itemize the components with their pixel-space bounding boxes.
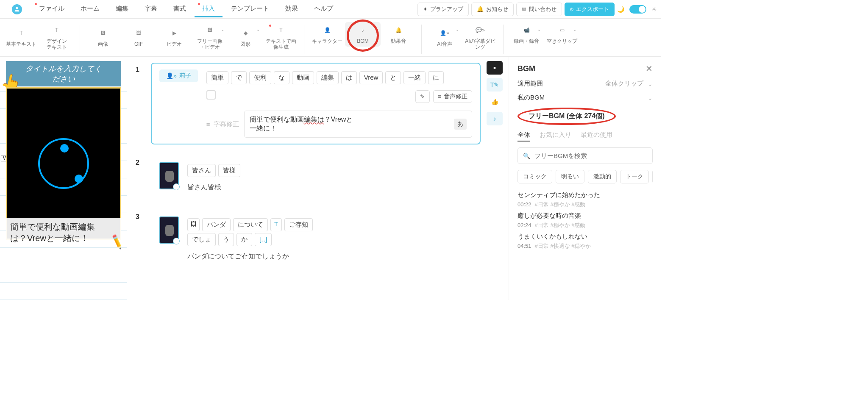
clip-3[interactable]: 3🖼パンダについてTご存知でしょうか[‥]パンダについてご存知でしょうか00:0… — [136, 210, 481, 268]
menu-ファイル[interactable]: ファイル — [31, 1, 72, 17]
token[interactable]: 簡単 — [206, 71, 228, 84]
tool-aidub[interactable]: 💬»AIの字幕ダビ ング — [462, 22, 498, 53]
theme-toggle[interactable] — [629, 5, 646, 14]
speaker-chip[interactable]: 👤» 莉子 — [159, 69, 198, 82]
tool-char[interactable]: 👤キャラクター — [309, 22, 345, 47]
speaker-icon: 👤» — [166, 72, 177, 79]
edit-button[interactable]: ✎ — [415, 90, 430, 103]
token[interactable]: 皆さん — [187, 164, 216, 177]
close-icon[interactable]: ✕ — [645, 64, 653, 74]
title-banner[interactable]: タイトルを入力してく ださい 👆 — [6, 61, 121, 86]
user-avatar[interactable] — [12, 4, 22, 14]
clip-thumbnail[interactable] — [159, 162, 179, 189]
thumbnail-tool[interactable]: ■ — [487, 61, 503, 75]
menu-効果[interactable]: 効果 — [278, 1, 306, 17]
tool-sfx[interactable]: 🔔効果音 — [381, 22, 416, 47]
token[interactable]: か — [236, 233, 252, 246]
contact-button[interactable]: ✉問い合わせ — [516, 3, 562, 16]
search-input[interactable] — [534, 152, 647, 159]
clip-1[interactable]: 1👤» 莉子簡単で便利な動画編集はVrewと一緒に✎≡ 音声修正≡ 字幕修正簡単… — [136, 63, 481, 144]
tool-gif[interactable]: 🖼GIF — [121, 22, 156, 53]
token[interactable]: Vrew — [359, 71, 383, 84]
filter-chip[interactable]: 軽 — [652, 170, 653, 183]
menu-ホーム[interactable]: ホーム — [73, 1, 107, 17]
token[interactable]: で — [231, 71, 247, 84]
filter-chip[interactable]: コミック — [517, 170, 552, 183]
filter-chip[interactable]: 明るい — [556, 170, 584, 183]
pencil-icon: ✎ — [494, 81, 499, 88]
music-tool[interactable]: ♪ — [487, 112, 503, 125]
search-icon: 🔍 — [523, 153, 530, 159]
bell-icon: 🔔 — [477, 6, 484, 12]
tool-Ts[interactable]: Tデザイン テキスト — [39, 22, 75, 53]
clip-thumbnail[interactable] — [159, 216, 179, 244]
menu-編集[interactable]: 編集 — [108, 1, 136, 17]
subtitle-fix-label[interactable]: ≡ 字幕修正 — [206, 120, 239, 128]
token[interactable]: でしょ — [187, 233, 216, 246]
bgm-item[interactable]: センシティブに始めたかった00:22#日常 #穏やか #感動 — [517, 189, 653, 210]
sticker-tool[interactable]: 👍 — [487, 95, 503, 108]
image-chip-icon[interactable]: 🖼 — [187, 218, 200, 231]
bgm-item[interactable]: うまくいくかもしれない04:51#日常 #快適な #穏やか — [517, 231, 653, 252]
bgm-tab-2[interactable]: 最近の使用 — [581, 131, 612, 142]
token[interactable]: は — [341, 71, 357, 84]
tool-bgm[interactable]: ♪BGM — [345, 22, 381, 47]
tool-empty[interactable]: ▭空きクリップ⌄ — [544, 22, 580, 47]
tool-T[interactable]: T基本テキスト — [3, 22, 39, 53]
token[interactable]: について — [233, 218, 268, 231]
bgm-tab-1[interactable]: お気に入り — [540, 131, 571, 142]
filter-chip[interactable]: 激動的 — [588, 170, 617, 183]
token[interactable]: [‥] — [255, 233, 272, 246]
menu-字幕[interactable]: 字幕 — [137, 1, 165, 17]
token[interactable]: と — [385, 71, 401, 84]
subtitle-text[interactable]: 簡単で便利な動画編集は？Vrewと 一緒に！あ — [244, 111, 472, 138]
tool-shape[interactable]: ◆図形⌄ — [228, 22, 263, 53]
clip-number: 3 — [136, 210, 144, 268]
menu-書式[interactable]: 書式 — [166, 1, 194, 17]
tool-vid[interactable]: ▶ビデオ — [156, 22, 192, 53]
video-preview[interactable] — [6, 87, 121, 240]
token[interactable]: パンダ — [202, 218, 231, 231]
tool-rec[interactable]: 📹録画・録音⌄ — [509, 22, 544, 47]
token[interactable]: ご存知 — [284, 218, 313, 231]
token[interactable]: 皆様 — [218, 164, 240, 177]
plan-upgrade-button[interactable]: ✦プランアップ — [417, 3, 469, 16]
token[interactable]: 編集 — [317, 71, 339, 84]
text-chip-icon[interactable]: T — [270, 218, 282, 231]
bgm-panel: BGM ✕ 適用範囲 全体クリップ⌄ 私のBGM ⌄ フリーBGM (全体 27… — [509, 57, 661, 300]
tool-free[interactable]: 🖼フリー画像 ・ビデオ⌄ — [192, 22, 228, 53]
menu-挿入[interactable]: 挿入 — [195, 1, 223, 17]
token[interactable]: に — [428, 71, 444, 84]
bgm-item[interactable]: 癒しが必要な時の音楽02:24#日常 #穏やか #感動 — [517, 210, 653, 231]
tool-img[interactable]: 🖼画像 — [85, 22, 121, 53]
scope-row[interactable]: 適用範囲 全体クリップ⌄ — [517, 80, 653, 88]
notifications-button[interactable]: 🔔お知らせ — [471, 3, 514, 16]
insert-toolbar: T基本テキストTデザイン テキスト🖼画像🖼GIF▶ビデオ🖼フリー画像 ・ビデオ⌄… — [0, 19, 661, 57]
filter-chip[interactable]: トーク — [620, 170, 649, 183]
token[interactable]: う — [218, 233, 234, 246]
token[interactable]: な — [274, 71, 289, 84]
tool-aivo[interactable]: 👤»AI音声⌄ — [427, 22, 462, 53]
audio-fix-button[interactable]: ≡ 音声修正 — [433, 90, 472, 103]
preview-caption: 簡単で便利な動画編集 は？Vrewと一緒に！ ✏️ — [6, 218, 121, 247]
bgm-search[interactable]: 🔍 — [517, 147, 653, 164]
free-icon: 🖼 — [204, 25, 215, 36]
bgm-list: センシティブに始めたかった00:22#日常 #穏やか #感動癒しが必要な時の音楽… — [517, 189, 653, 252]
text-tool[interactable]: T ✎ — [487, 78, 503, 92]
menu-テンプレート[interactable]: テンプレート — [223, 1, 277, 17]
token[interactable]: 便利 — [249, 71, 271, 84]
token[interactable]: 一緒 — [403, 71, 426, 84]
mail-icon: ✉ — [522, 6, 526, 12]
clip-2[interactable]: 2皆さん皆様皆さん皆様00:03+ 1.39秒 — [136, 155, 481, 199]
menu-ヘルプ[interactable]: ヘルプ — [306, 1, 341, 17]
chevron-down-icon: ⌄ — [573, 27, 576, 32]
export-button[interactable]: ⎋エクスポート — [565, 3, 615, 16]
bgm-filter-chips: コミック明るい激動的トーク軽› — [517, 170, 653, 183]
bgm-tab-0[interactable]: 全体 — [517, 131, 530, 142]
token[interactable]: 動画 — [292, 71, 314, 84]
tool-tximg[interactable]: Tテキストで画 像生成 — [263, 22, 299, 53]
panel-title: BGM — [517, 64, 535, 73]
clip-checkbox[interactable] — [206, 90, 216, 100]
lang-badge[interactable]: あ — [454, 119, 467, 130]
my-bgm-row[interactable]: 私のBGM ⌄ — [517, 94, 653, 102]
